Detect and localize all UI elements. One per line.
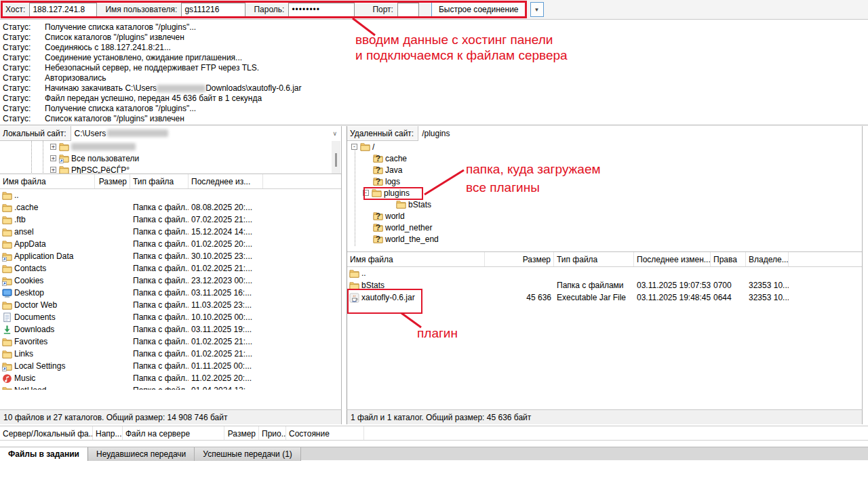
modified-cell: 01.02.2025 21:... — [189, 349, 263, 359]
table-row[interactable]: MusicПапка с файл...11.02.2025 20:... — [0, 372, 341, 384]
queue-column-header[interactable]: Состояние — [286, 426, 364, 440]
log-line: Статус:Список каталогов "/plugins" извле… — [3, 33, 868, 43]
name-cell: .. — [0, 190, 95, 201]
tree-item[interactable]: + — [0, 141, 341, 152]
log-line: Статус:Получение списка каталогов "/plug… — [3, 104, 868, 114]
column-header-label: Права — [713, 255, 737, 264]
type-cell: Папка с файл... — [130, 276, 189, 285]
tree-item-label: world — [385, 211, 405, 221]
column-header[interactable]: Последнее из... — [189, 174, 263, 188]
table-row[interactable]: .. — [0, 189, 341, 201]
table-row[interactable]: Local SettingsПапка с файл...01.11.2025 … — [0, 360, 341, 372]
quickconnect-dropdown-icon[interactable]: ▼ — [530, 2, 544, 17]
table-row[interactable]: anselПапка с файл...15.12.2024 14:... — [0, 226, 341, 238]
chevron-down-icon[interactable]: ∨ — [332, 130, 337, 137]
queue-column-header[interactable]: Сервер/Локальный фа... — [0, 426, 93, 440]
tree-item[interactable]: ?world — [347, 210, 862, 222]
svg-text:?: ? — [376, 235, 380, 244]
modified-cell: 08.08.2025 20:... — [189, 203, 263, 212]
tree-item[interactable]: -/ — [347, 141, 862, 152]
log-status-label: Статус: — [3, 104, 45, 114]
tree-item[interactable]: ?cache — [347, 152, 862, 164]
table-row[interactable]: DesktopПапка с файл...03.11.2025 16:... — [0, 287, 341, 299]
queue-column-header[interactable]: Прио... — [259, 426, 286, 440]
name-cell: bStats — [347, 281, 485, 291]
log-message: Небезопасный сервер, не поддерживает FTP… — [45, 63, 259, 73]
log-message: Получение списка каталогов "/plugins"... — [45, 22, 196, 32]
log-status-label: Статус: — [3, 53, 45, 63]
table-row[interactable]: AppDataПапка с файл...01.02.2025 20:... — [0, 238, 341, 250]
downloads-icon — [2, 325, 12, 335]
tree-item[interactable]: ?world_the_end — [347, 233, 862, 245]
column-header[interactable]: Имя файла — [347, 252, 485, 266]
tree-item-plugins[interactable]: -plugins — [347, 187, 862, 199]
tree-expander-icon[interactable]: + — [50, 167, 56, 173]
username-input[interactable] — [181, 3, 245, 17]
table-row[interactable]: Application DataПапка с файл...30.10.202… — [0, 250, 341, 262]
documents-icon — [2, 312, 12, 323]
column-header[interactable]: Тип файла — [130, 174, 189, 188]
folder-icon — [372, 188, 382, 198]
remote-site-combobox[interactable]: /plugins — [418, 126, 862, 141]
log-message: Список каталогов "/plugins" извлечен — [45, 114, 184, 123]
queue-column-header[interactable]: Файл на сервере — [123, 426, 224, 440]
table-row[interactable]: DownloadsПапка с файл...03.11.2025 19:..… — [0, 323, 341, 336]
name-cell: AppData — [0, 239, 95, 249]
table-row[interactable]: CookiesПапка с файл...23.12.2023 00:... — [0, 274, 341, 287]
modified-cell: 01.02.2025 21:... — [189, 337, 263, 346]
tree-expander-icon[interactable]: + — [50, 144, 56, 150]
tab-queue[interactable]: Успешные передачи (1) — [195, 447, 301, 461]
password-input[interactable] — [288, 3, 355, 17]
quickconnect-button[interactable]: Быстрое соединение — [431, 2, 526, 17]
queue-column-label: Прио... — [262, 429, 286, 439]
local-site-combobox[interactable]: C:\Users ∨ — [71, 126, 342, 141]
folder-question-icon: ? — [373, 153, 383, 163]
type-cell: Папка с файл... — [130, 264, 189, 273]
tree-item[interactable]: ?logs — [347, 176, 862, 187]
folder-icon — [2, 190, 12, 201]
column-header[interactable]: Размер — [95, 174, 130, 188]
file-name-label: Music — [14, 373, 35, 383]
tab-queued-files[interactable]: Файлы в задании — [0, 447, 88, 461]
tree-item[interactable]: ?world_nether — [347, 222, 862, 233]
type-cell: Папка с файл... — [130, 288, 189, 298]
tree-item[interactable]: +Все пользователи — [0, 152, 341, 164]
column-header[interactable]: Владеле... — [746, 252, 789, 266]
log-line: Статус:Соединение установлено, ожидание … — [3, 53, 868, 63]
column-header[interactable]: Последнее измен...ˆ — [634, 252, 711, 266]
column-header[interactable]: Тип файла — [554, 252, 634, 266]
table-row[interactable]: ContactsПапка с файл...01.02.2025 21:... — [0, 262, 341, 274]
table-row[interactable]: Doctor WebПапка с файл...11.03.2025 23:.… — [0, 299, 341, 311]
tree-item[interactable]: bStats — [347, 199, 862, 210]
table-row[interactable]: .cacheПапка с файл...08.08.2025 20:... — [0, 201, 341, 214]
queue-column-header[interactable]: Напр... — [93, 426, 123, 440]
tree-item[interactable]: +РђРЅС„РёСЃР° — [0, 164, 341, 174]
log-status-label: Статус: — [3, 94, 45, 104]
queue-column-header[interactable]: Размер — [224, 426, 259, 440]
tree-expander-icon[interactable]: - — [363, 190, 369, 196]
modified-cell: 11.03.2025 23:... — [189, 300, 263, 310]
table-row[interactable]: DocumentsПапка с файл...10.10.2025 00:..… — [0, 311, 341, 323]
table-row[interactable]: xautofly-0.6.jar45 636Executable Jar Fil… — [347, 291, 862, 304]
column-header[interactable]: Имя файлаˆ — [0, 174, 95, 188]
log-status-label: Статус: — [3, 114, 45, 124]
tree-expander-icon[interactable]: - — [351, 144, 357, 150]
type-cell: Папка с файл... — [130, 386, 189, 390]
host-input[interactable] — [29, 3, 97, 17]
jar-icon — [349, 293, 359, 303]
column-header[interactable]: Права — [711, 252, 746, 266]
table-row[interactable]: .ftbПапка с файл...07.02.2025 21:... — [0, 214, 341, 226]
tree-item-label: world_nether — [385, 223, 432, 232]
tree-item[interactable]: ?Java — [347, 164, 862, 176]
tab-queue[interactable]: Неудавшиеся передачи — [88, 447, 195, 461]
file-name-label: .ftb — [14, 215, 26, 224]
table-row[interactable]: LinksПапка с файл...01.02.2025 21:... — [0, 348, 341, 360]
port-input[interactable] — [397, 3, 419, 17]
table-row[interactable]: .. — [347, 267, 862, 279]
table-row[interactable]: NetHoodПапка с файл...01.04.2024 12:... — [0, 384, 341, 390]
column-header[interactable]: Размер — [485, 252, 554, 266]
tree-expander-icon[interactable]: + — [50, 155, 56, 161]
table-row[interactable]: FavoritesПапка с файл...01.02.2025 21:..… — [0, 336, 341, 348]
name-cell: NetHood — [0, 386, 95, 390]
table-row[interactable]: bStatsПапка с файлами03.11.2025 19:07:53… — [347, 279, 862, 291]
